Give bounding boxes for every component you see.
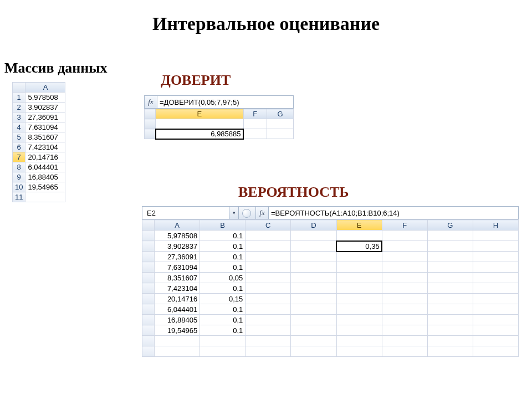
cell[interactable]: 7,423104 bbox=[155, 283, 200, 294]
cell[interactable] bbox=[382, 315, 427, 325]
cell[interactable] bbox=[427, 315, 473, 325]
cell[interactable] bbox=[427, 252, 473, 262]
cell[interactable] bbox=[427, 294, 473, 304]
row-header[interactable] bbox=[142, 346, 155, 357]
cell[interactable]: 0,1 bbox=[200, 262, 245, 273]
column-header-e[interactable]: E bbox=[336, 220, 382, 231]
row-header[interactable] bbox=[142, 315, 155, 325]
row-header[interactable]: 4 bbox=[13, 122, 25, 132]
cell[interactable]: 5,978508 bbox=[155, 231, 200, 241]
cell[interactable] bbox=[200, 346, 245, 357]
cell[interactable] bbox=[245, 262, 291, 273]
cell[interactable] bbox=[267, 119, 294, 129]
cell[interactable] bbox=[291, 273, 336, 283]
row-header[interactable] bbox=[142, 325, 155, 336]
cell[interactable] bbox=[291, 315, 336, 325]
cell[interactable] bbox=[382, 325, 427, 336]
cell[interactable] bbox=[245, 231, 291, 241]
cell[interactable] bbox=[473, 273, 518, 283]
cell[interactable] bbox=[427, 273, 473, 283]
cell[interactable] bbox=[291, 241, 336, 252]
select-all-corner[interactable] bbox=[145, 109, 156, 119]
name-box[interactable]: E2 bbox=[142, 207, 229, 219]
cell[interactable] bbox=[200, 336, 245, 346]
cell[interactable] bbox=[291, 304, 336, 315]
data-cell[interactable] bbox=[25, 192, 65, 202]
row-header[interactable] bbox=[142, 304, 155, 315]
cell[interactable] bbox=[336, 304, 382, 315]
row-header[interactable] bbox=[142, 262, 155, 273]
data-cell[interactable]: 8,351607 bbox=[25, 132, 65, 142]
column-header-f[interactable]: F bbox=[382, 220, 427, 231]
data-cell[interactable]: 7,631094 bbox=[25, 122, 65, 132]
cell[interactable] bbox=[243, 129, 267, 139]
column-header-a[interactable]: A bbox=[155, 220, 200, 231]
cell[interactable] bbox=[245, 241, 291, 252]
cell[interactable] bbox=[427, 283, 473, 294]
data-cell[interactable]: 3,902837 bbox=[25, 103, 65, 112]
cell[interactable] bbox=[382, 304, 427, 315]
row-header[interactable] bbox=[142, 336, 155, 346]
data-cell[interactable]: 27,36091 bbox=[25, 112, 65, 122]
cell[interactable] bbox=[291, 325, 336, 336]
cell[interactable] bbox=[473, 252, 518, 262]
data-cell[interactable]: 5,978508 bbox=[25, 93, 65, 103]
cell[interactable] bbox=[473, 315, 518, 325]
data-cell[interactable]: 19,54965 bbox=[25, 182, 65, 192]
column-header-h[interactable]: H bbox=[473, 220, 518, 231]
formula-text[interactable]: =ДОВЕРИТ(0,05;7,97;5) bbox=[157, 96, 293, 108]
cell[interactable] bbox=[336, 231, 382, 241]
cell[interactable]: 16,88405 bbox=[155, 315, 200, 325]
cell[interactable] bbox=[336, 325, 382, 336]
fx-icon[interactable]: fx bbox=[256, 207, 269, 219]
cell[interactable] bbox=[473, 294, 518, 304]
row-header[interactable]: 2 bbox=[13, 103, 25, 112]
cell[interactable]: 0,15 bbox=[200, 294, 245, 304]
probability-result-cell[interactable]: 0,35 bbox=[336, 241, 382, 252]
cell[interactable] bbox=[267, 129, 294, 139]
name-box-dropdown-icon[interactable]: ▾ bbox=[229, 207, 239, 219]
cell[interactable] bbox=[245, 336, 291, 346]
cell[interactable] bbox=[336, 315, 382, 325]
cell[interactable] bbox=[336, 273, 382, 283]
cell[interactable] bbox=[291, 336, 336, 346]
cell[interactable] bbox=[291, 283, 336, 294]
cell[interactable] bbox=[291, 262, 336, 273]
cell[interactable] bbox=[427, 346, 473, 357]
cell[interactable] bbox=[291, 252, 336, 262]
column-header-c[interactable]: C bbox=[245, 220, 291, 231]
row-header[interactable]: 11 bbox=[13, 192, 25, 202]
data-cell[interactable]: 16,88405 bbox=[25, 172, 65, 182]
row-header[interactable] bbox=[142, 241, 155, 252]
data-cell[interactable]: 20,14716 bbox=[25, 152, 65, 162]
cell[interactable] bbox=[427, 304, 473, 315]
cell[interactable] bbox=[473, 304, 518, 315]
row-header[interactable]: 10 bbox=[13, 182, 25, 192]
cell[interactable]: 3,902837 bbox=[155, 241, 200, 252]
cell[interactable] bbox=[245, 325, 291, 336]
cell[interactable] bbox=[336, 346, 382, 357]
cell[interactable] bbox=[382, 346, 427, 357]
cell[interactable] bbox=[382, 241, 427, 252]
row-header[interactable] bbox=[142, 231, 155, 241]
select-all-corner[interactable] bbox=[13, 83, 25, 93]
cell[interactable]: 0,1 bbox=[200, 241, 245, 252]
cell[interactable] bbox=[382, 252, 427, 262]
row-header[interactable]: 6 bbox=[13, 142, 25, 152]
fx-icon[interactable]: fx bbox=[145, 96, 157, 108]
cell[interactable]: 0,1 bbox=[200, 304, 245, 315]
data-cell[interactable]: 6,044401 bbox=[25, 162, 65, 172]
column-header-d[interactable]: D bbox=[291, 220, 336, 231]
cell[interactable] bbox=[245, 346, 291, 357]
cell[interactable] bbox=[243, 119, 267, 129]
row-header[interactable]: 5 bbox=[13, 132, 25, 142]
row-header[interactable]: 8 bbox=[13, 162, 25, 172]
formula-text[interactable]: =ВЕРОЯТНОСТЬ(A1:A10;B1:B10;6;14) bbox=[269, 207, 518, 219]
column-header-a[interactable]: A bbox=[25, 83, 65, 93]
row-header[interactable] bbox=[142, 252, 155, 262]
row-header[interactable]: 7 bbox=[13, 152, 25, 162]
cell[interactable] bbox=[336, 294, 382, 304]
cell[interactable] bbox=[291, 231, 336, 241]
cell[interactable] bbox=[156, 119, 244, 129]
cell[interactable] bbox=[336, 336, 382, 346]
